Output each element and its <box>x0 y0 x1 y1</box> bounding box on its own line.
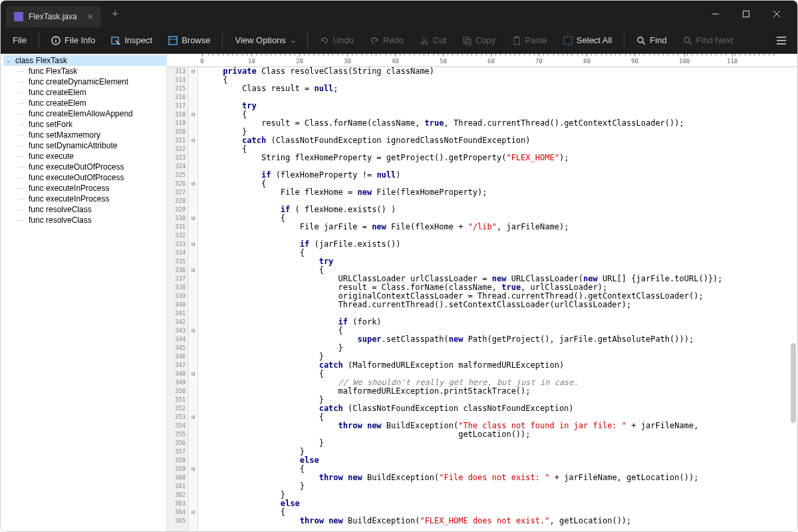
tree-item[interactable]: func createElem <box>15 98 166 108</box>
minimize-button[interactable] <box>700 1 731 27</box>
scrollbar-vertical[interactable] <box>791 80 796 518</box>
select-all-button[interactable]: Select All <box>557 31 618 49</box>
fold-toggle[interactable] <box>189 430 198 439</box>
fold-toggle[interactable] <box>189 223 198 231</box>
fold-toggle[interactable] <box>189 205 198 214</box>
fold-toggle[interactable]: ⊟ <box>189 327 198 335</box>
file-menu[interactable]: File <box>6 31 33 49</box>
fold-toggle[interactable] <box>189 257 198 266</box>
fold-toggle[interactable] <box>189 448 198 456</box>
scrollbar-thumb[interactable] <box>791 343 796 423</box>
tree-item[interactable]: func setMaxmemory <box>15 130 166 140</box>
redo-button[interactable]: Redo <box>363 31 410 49</box>
cut-button[interactable]: Cut <box>413 31 453 49</box>
fold-toggle[interactable] <box>189 275 198 283</box>
fold-toggle[interactable]: ⊟ <box>189 370 198 378</box>
fold-toggle[interactable]: ⊟ <box>189 413 198 422</box>
svg-rect-15 <box>466 39 471 45</box>
fold-toggle[interactable] <box>189 396 198 404</box>
tree-item[interactable]: func FlexTask <box>15 66 166 76</box>
file-tab[interactable]: FlexTask.java × <box>6 6 101 27</box>
close-button[interactable] <box>761 1 792 27</box>
find-next-button[interactable]: Find Next <box>676 31 740 49</box>
tree-collapse-icon[interactable]: ⌄ <box>6 57 13 64</box>
fold-toggle[interactable] <box>189 378 198 387</box>
file-info-button[interactable]: File Info <box>45 31 102 49</box>
fold-toggle[interactable] <box>189 301 198 309</box>
fold-toggle[interactable] <box>189 422 198 430</box>
undo-button[interactable]: Undo <box>313 31 360 49</box>
fold-toggle[interactable] <box>189 499 198 508</box>
fold-toggle[interactable] <box>189 93 198 102</box>
tree-item[interactable]: func executeInProcess <box>15 183 166 194</box>
inspect-button[interactable]: Inspect <box>104 31 159 49</box>
fold-column[interactable]: ⊟⊟⊟⊟⊟⊟⊟⊟⊟⊟⊟⊟ <box>189 67 198 531</box>
fold-toggle[interactable] <box>189 162 198 171</box>
outline-sidebar[interactable]: ⌄ class FlexTask func FlexTaskfunc creat… <box>1 54 167 531</box>
code-editor[interactable]: 3133143153163173183193203213223233243253… <box>167 67 797 531</box>
fold-toggle[interactable]: ⊟ <box>189 67 198 76</box>
tree-item[interactable]: func createElem <box>15 87 166 98</box>
copy-button[interactable]: Copy <box>456 31 502 49</box>
fold-toggle[interactable] <box>189 84 198 93</box>
fold-toggle[interactable] <box>189 188 198 197</box>
fold-toggle[interactable] <box>189 171 198 180</box>
fold-toggle[interactable]: ⊟ <box>189 240 198 249</box>
fold-toggle[interactable] <box>189 473 198 482</box>
fold-toggle[interactable] <box>189 404 198 413</box>
fold-toggle[interactable] <box>189 292 198 301</box>
fold-toggle[interactable] <box>189 491 198 499</box>
view-options-menu[interactable]: View Options⌵ <box>228 31 301 49</box>
fold-toggle[interactable] <box>189 439 198 448</box>
fold-toggle[interactable]: ⊟ <box>189 136 198 145</box>
fold-toggle[interactable]: ⊟ <box>189 508 198 517</box>
code-content[interactable]: private Class resolveClass(String classN… <box>198 67 797 531</box>
fold-toggle[interactable] <box>189 352 198 361</box>
fold-toggle[interactable] <box>189 335 198 344</box>
tree-root-item[interactable]: ⌄ class FlexTask <box>3 55 166 66</box>
tab-title: FlexTask.java <box>29 12 77 21</box>
tree-item[interactable]: func setFork <box>15 119 166 130</box>
tree-item[interactable]: func executeOutOfProcess <box>15 162 166 172</box>
fold-toggle[interactable] <box>189 309 198 318</box>
fold-toggle[interactable] <box>189 249 198 257</box>
inspect-icon <box>111 36 120 45</box>
fold-toggle[interactable]: ⊟ <box>189 110 198 119</box>
fold-toggle[interactable] <box>189 318 198 327</box>
close-tab-icon[interactable]: × <box>88 11 93 22</box>
fold-toggle[interactable]: ⊟ <box>189 180 198 188</box>
fold-toggle[interactable] <box>189 128 198 136</box>
fold-toggle[interactable] <box>189 482 198 491</box>
browse-button[interactable]: Browse <box>162 31 217 49</box>
hamburger-menu[interactable] <box>771 30 792 51</box>
fold-toggle[interactable]: ⊟ <box>189 266 198 275</box>
tree-item[interactable]: func executeInProcess <box>15 194 166 204</box>
add-tab-button[interactable]: + <box>112 7 119 21</box>
tree-item[interactable]: func resolveClass <box>15 204 166 215</box>
tree-item[interactable]: func createElemAllowAppend <box>15 108 166 119</box>
fold-toggle[interactable]: ⊟ <box>189 214 198 223</box>
fold-toggle[interactable] <box>189 102 198 110</box>
tree-item[interactable]: func execute <box>15 151 166 162</box>
tree-item[interactable]: func resolveClass <box>15 215 166 225</box>
fold-toggle[interactable] <box>189 76 198 84</box>
find-button[interactable]: Find <box>630 31 673 49</box>
fold-toggle[interactable] <box>189 119 198 128</box>
tree-item[interactable]: func executeOutOfProcess <box>15 172 166 183</box>
fold-toggle[interactable] <box>189 231 198 240</box>
tree-item[interactable]: func createDynamicElement <box>15 76 166 87</box>
fold-toggle[interactable] <box>189 361 198 370</box>
info-icon <box>51 36 61 45</box>
fold-toggle[interactable] <box>189 154 198 162</box>
fold-toggle[interactable] <box>189 387 198 396</box>
paste-button[interactable]: Paste <box>505 31 554 49</box>
fold-toggle[interactable] <box>189 283 198 292</box>
fold-toggle[interactable] <box>189 456 198 465</box>
fold-toggle[interactable] <box>189 197 198 205</box>
fold-toggle[interactable] <box>189 145 198 154</box>
fold-toggle[interactable]: ⊟ <box>189 465 198 473</box>
fold-toggle[interactable] <box>189 517 198 525</box>
maximize-button[interactable] <box>731 1 761 27</box>
fold-toggle[interactable] <box>189 344 198 352</box>
tree-item[interactable]: func setDynamicAttribute <box>15 140 166 151</box>
